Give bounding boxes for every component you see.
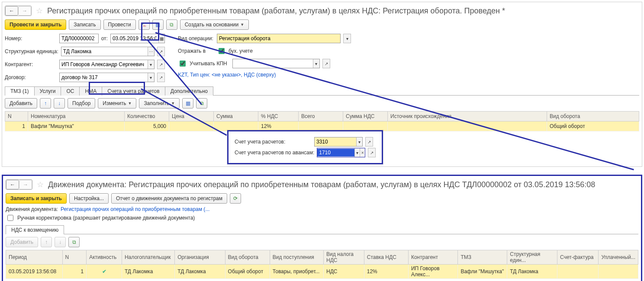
bottom-tabs: НДС к возмещению: [6, 225, 638, 234]
org-input[interactable]: [61, 48, 148, 55]
add-row-button: Добавить: [6, 237, 38, 247]
favorite-star-icon[interactable]: ☆: [36, 6, 43, 16]
docline-label: Движения документа:: [6, 206, 58, 212]
kpn-dropdown-button[interactable]: ▾: [313, 59, 319, 68]
top-titlebar: ← → ☆ Регистрация прочих операций по при…: [5, 4, 639, 19]
movements-grid[interactable]: Период N Активность Налогоплательщик Орг…: [6, 250, 638, 279]
bottom-grid-toolbar: Добавить ↑ ↓ ⧉: [6, 237, 638, 247]
kpn-open-button[interactable]: ↗: [322, 59, 330, 68]
counterparty-input[interactable]: [60, 61, 148, 68]
acc2-open-button[interactable]: ↗: [368, 148, 376, 157]
acc2-dropdown-button[interactable]: ▾: [354, 148, 360, 157]
pick-button[interactable]: Подбор: [68, 98, 95, 109]
post-button[interactable]: Провести: [103, 19, 136, 30]
page-title: Регистрация прочих операций по приобрете…: [47, 6, 505, 16]
grid-export-button[interactable]: ⧉: [68, 237, 80, 247]
contract-dropdown-button[interactable]: ▾: [148, 73, 154, 82]
move-up-button: ↑: [41, 237, 52, 247]
save-and-close-button[interactable]: Записать и закрыть: [6, 193, 67, 204]
contract-label: Договор:: [5, 74, 57, 80]
counterparty-dropdown-button[interactable]: ▾: [148, 60, 154, 69]
acc2-label: Счет учета расчетов по авансам:: [235, 150, 314, 156]
accounts-popup: Счет учета расчетов: ▾ ↗ Счет учета расч…: [227, 130, 383, 164]
top-toolbar: Провести и закрыть Записать Провести ДтК…: [5, 19, 639, 30]
optype-input[interactable]: [217, 35, 340, 42]
movements-report-button[interactable]: Отчет о движениях документа по регистрам: [111, 193, 227, 204]
move-up-button[interactable]: ↑: [40, 98, 51, 109]
kpn-label: Учитывать КПН: [190, 61, 227, 67]
reflect-label: Отражать в: [178, 48, 214, 54]
acc2-input[interactable]: [317, 149, 354, 156]
acc1-input[interactable]: [315, 138, 356, 146]
nav-back-button[interactable]: ←: [5, 6, 18, 16]
counterparty-label: Контрагент:: [5, 61, 57, 67]
price-info[interactable]: KZT, Тип цен: <не указан>, НДС (сверху): [178, 72, 276, 78]
favorite-star-icon[interactable]: ☆: [37, 180, 44, 189]
acc1-dropdown-button[interactable]: ▾: [356, 137, 362, 146]
settings-button[interactable]: Настройка...: [69, 193, 109, 204]
tab-services[interactable]: Услуги: [34, 86, 61, 96]
tab-nma[interactable]: НМА: [79, 86, 102, 96]
counterparty-open-button[interactable]: ↗: [157, 60, 165, 69]
date-input[interactable]: [111, 35, 158, 42]
post-and-close-button[interactable]: Провести и закрыть: [5, 19, 66, 30]
acc1-label: Счет учета расчетов:: [235, 139, 312, 145]
table-row[interactable]: 03.05.2019 13:56:08 1 ✔ ТД Лакомка ТД Ла…: [6, 265, 638, 279]
movements-panel: ← → ☆ Движения документа: Регистрация пр…: [2, 175, 642, 281]
nav-forward-button: →: [19, 180, 32, 189]
date-label: от:: [101, 35, 108, 42]
movements-title: Движения документа: Регистрация прочих о…: [48, 180, 595, 189]
svg-text:Кт: Кт: [143, 24, 146, 27]
grid-settings-button[interactable]: ▦: [182, 98, 193, 109]
kpn-checkbox[interactable]: [180, 61, 186, 67]
optype-dropdown-button[interactable]: ▾: [343, 34, 351, 43]
reflect-acc-label: бух. учете: [229, 48, 253, 54]
org-ellipsis-button[interactable]: ⋯: [148, 47, 154, 56]
tab-accounts[interactable]: Счета учета расчетов: [102, 86, 165, 96]
manual-edit-label: Ручная корректировка (разрешает редактир…: [17, 215, 195, 221]
refresh-icon-button[interactable]: ⟳: [230, 193, 241, 204]
create-based-on-button[interactable]: Создать на основании▼: [180, 19, 249, 30]
number-input[interactable]: [60, 35, 98, 42]
tmz-grid[interactable]: N Номенклатура Количество Цена Сумма % Н…: [5, 111, 639, 131]
tab-os[interactable]: ОС: [61, 86, 80, 96]
grid-toolbar: Добавить ↑ ↓ Подбор Изменить▼ Заполнить▼…: [5, 98, 639, 109]
save-button[interactable]: Записать: [69, 19, 100, 30]
move-down-button[interactable]: ↓: [54, 98, 65, 109]
report-icon-button[interactable]: ▦: [152, 19, 164, 30]
active-check-icon: ✔: [102, 268, 106, 275]
docline-link[interactable]: Регистрация прочих операций по приобрете…: [61, 206, 209, 212]
move-down-button: ↓: [55, 237, 66, 247]
structure-icon-button[interactable]: ⧉: [166, 19, 177, 30]
manual-edit-checkbox[interactable]: [7, 215, 13, 221]
tab-vat-refund[interactable]: НДС к возмещению: [6, 225, 64, 234]
number-label: Номер:: [5, 35, 57, 42]
nav-back-button[interactable]: ←: [6, 180, 19, 189]
top-form-panel: ← → ☆ Регистрация прочих операций по при…: [2, 2, 642, 167]
acc1-open-button[interactable]: ↗: [365, 137, 373, 147]
tab-tmz[interactable]: ТМЗ (1): [5, 86, 35, 96]
acc2-clear-button[interactable]: ×: [360, 148, 365, 157]
contract-open-button[interactable]: ↗: [157, 73, 165, 82]
nav-forward-button: →: [18, 6, 31, 16]
contract-input[interactable]: [60, 73, 148, 81]
top-tabs: ТМЗ (1) Услуги ОС НМА Счета учета расчет…: [5, 86, 639, 96]
bottom-toolbar: Записать и закрыть Настройка... Отчет о …: [6, 193, 638, 204]
edit-button[interactable]: Изменить▼: [98, 98, 136, 109]
add-row-button[interactable]: Добавить: [5, 98, 37, 109]
tab-additional[interactable]: Дополнительно: [165, 86, 213, 96]
org-label: Структурная единица:: [5, 48, 58, 54]
dtkt-button[interactable]: ДтКт: [138, 19, 150, 30]
bottom-titlebar: ← → ☆ Движения документа: Регистрация пр…: [6, 178, 638, 193]
